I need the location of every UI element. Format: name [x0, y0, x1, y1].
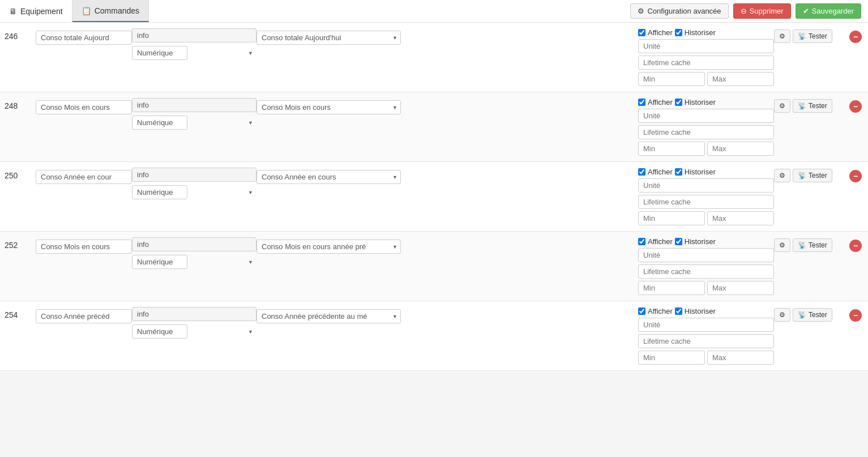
- cmd-subtype-select-250[interactable]: Numérique Binaire Autre: [132, 185, 187, 199]
- config-avancee-button[interactable]: ⚙ Configuration avancée: [630, 3, 728, 19]
- lifetime-input-246[interactable]: [638, 55, 774, 70]
- historiser-checkbox-252[interactable]: [675, 238, 682, 245]
- max-input-254[interactable]: [707, 351, 774, 365]
- cmd-type-label-252: info: [132, 237, 256, 251]
- cmd-value-select-250[interactable]: Conso Année en cours: [256, 170, 401, 184]
- tester-button-248[interactable]: 📡 Tester: [793, 99, 832, 113]
- rss-icon-252: 📡: [798, 241, 806, 249]
- max-input-252[interactable]: [707, 281, 774, 295]
- lifetime-input-252[interactable]: [638, 264, 774, 279]
- gear-icon-248: ⚙: [779, 102, 785, 110]
- cmd-id-252: 252: [5, 237, 36, 250]
- afficher-checkbox-254[interactable]: [638, 307, 645, 315]
- gear-action-button-252[interactable]: ⚙: [774, 238, 790, 252]
- remove-button-248[interactable]: −: [849, 100, 862, 113]
- remove-button-254[interactable]: −: [849, 309, 862, 322]
- cmd-type-label-254: info: [132, 307, 256, 321]
- gear-action-button-246[interactable]: ⚙: [774, 29, 790, 43]
- min-input-246[interactable]: [638, 72, 705, 86]
- action-btn-row-248: ⚙ 📡 Tester: [774, 99, 832, 113]
- cmd-name-input-254[interactable]: [36, 309, 132, 323]
- action-btn-row-254: ⚙ 📡 Tester: [774, 308, 832, 322]
- afficher-label-252: Afficher: [648, 237, 673, 246]
- supprimer-button[interactable]: ⊖ Supprimer: [733, 3, 791, 19]
- remove-button-246[interactable]: −: [849, 31, 862, 43]
- min-input-248[interactable]: [638, 142, 705, 156]
- tester-button-254[interactable]: 📡 Tester: [793, 308, 832, 322]
- unite-input-250[interactable]: [638, 178, 774, 193]
- tab-equipement[interactable]: 🖥 Equipement: [0, 0, 72, 22]
- unite-input-252[interactable]: [638, 248, 774, 262]
- cmd-value-select-254[interactable]: Conso Année précédente au mé: [256, 309, 401, 323]
- tab-commandes[interactable]: 📋 Commandes: [72, 0, 149, 22]
- minmax-row-254: [638, 351, 774, 365]
- table-row: 248 info Numérique Binaire Autre Conso M…: [0, 92, 868, 162]
- afficher-checkbox-250[interactable]: [638, 168, 645, 176]
- cmd-options-col-254: Afficher Historiser: [638, 307, 774, 365]
- historiser-checkbox-248[interactable]: [675, 99, 682, 106]
- max-input-248[interactable]: [707, 142, 774, 156]
- cmd-subtype-select-254[interactable]: Numérique Binaire Autre: [132, 324, 187, 339]
- unite-input-254[interactable]: [638, 318, 774, 332]
- remove-button-252[interactable]: −: [849, 240, 862, 252]
- tester-button-246[interactable]: 📡 Tester: [793, 29, 832, 43]
- historiser-label-248: Historiser: [685, 98, 716, 106]
- max-input-250[interactable]: [707, 211, 774, 225]
- cmd-actions-col-252: ⚙ 📡 Tester: [774, 237, 848, 252]
- historiser-checkbox-250[interactable]: [675, 168, 682, 176]
- tester-button-250[interactable]: 📡 Tester: [793, 169, 832, 182]
- options-fields-250: [638, 178, 774, 225]
- cmd-value-col-252: Conso Mois en cours année pré: [256, 237, 409, 254]
- cmd-name-input-250[interactable]: [36, 170, 132, 184]
- cmd-subtype-select-248[interactable]: Numérique Binaire Autre: [132, 116, 187, 130]
- cmd-value-select-246[interactable]: Conso totale Aujourd'hui: [256, 31, 401, 45]
- cmd-subtype-select-252[interactable]: Numérique Binaire Autre: [132, 255, 187, 269]
- gear-action-button-250[interactable]: ⚙: [774, 169, 790, 182]
- cmd-id-250: 250: [5, 168, 36, 180]
- delete-icon: ⊖: [741, 7, 747, 15]
- unite-input-246[interactable]: [638, 39, 774, 53]
- unite-row-246: [638, 39, 774, 53]
- afficher-checkbox-246[interactable]: [638, 29, 645, 36]
- gear-action-button-248[interactable]: ⚙: [774, 99, 790, 113]
- save-icon: ✔: [803, 7, 809, 15]
- afficher-checkbox-252[interactable]: [638, 238, 645, 245]
- sauvegarder-button[interactable]: ✔ Sauvegarder: [796, 3, 861, 19]
- cmd-options-col-248: Afficher Historiser: [638, 98, 774, 156]
- unite-input-248[interactable]: [638, 109, 774, 123]
- cmd-remove-col-248: −: [848, 98, 863, 113]
- gear-icon-252: ⚙: [779, 241, 785, 249]
- rss-icon-246: 📡: [798, 32, 806, 40]
- afficher-checkbox-248[interactable]: [638, 99, 645, 106]
- max-input-246[interactable]: [707, 72, 774, 86]
- cmd-subtype-select-container-252: Numérique Binaire Autre: [132, 255, 256, 269]
- historiser-checkbox-246[interactable]: [675, 29, 682, 36]
- check-row-254: Afficher Historiser: [638, 307, 774, 315]
- remove-button-250[interactable]: −: [849, 170, 862, 182]
- cmd-value-select-248[interactable]: Conso Mois en cours: [256, 100, 401, 114]
- lifetime-input-250[interactable]: [638, 195, 774, 209]
- tab-commandes-label: Commandes: [95, 6, 139, 15]
- cmd-type-label-246: info: [132, 28, 256, 42]
- historiser-label-252: Historiser: [685, 237, 716, 246]
- min-input-254[interactable]: [638, 351, 705, 365]
- cmd-name-input-252[interactable]: [36, 240, 132, 254]
- cmd-subtype-select-246[interactable]: Numérique Binaire Autre: [132, 46, 187, 60]
- tester-button-252[interactable]: 📡 Tester: [793, 238, 832, 252]
- min-input-252[interactable]: [638, 281, 705, 295]
- cmd-value-select-container-254: Conso Année précédente au mé: [256, 309, 401, 323]
- cmd-name-input-246[interactable]: [36, 31, 132, 45]
- cmd-actions-col-248: ⚙ 📡 Tester: [774, 98, 848, 113]
- afficher-label-254: Afficher: [648, 307, 673, 315]
- top-navigation-bar: 🖥 Equipement 📋 Commandes ⚙ Configuration…: [0, 0, 868, 23]
- cmd-name-input-248[interactable]: [36, 100, 132, 114]
- historiser-checkbox-254[interactable]: [675, 307, 682, 315]
- cmd-value-select-252[interactable]: Conso Mois en cours année pré: [256, 240, 401, 254]
- min-input-250[interactable]: [638, 211, 705, 225]
- cmd-subtype-select-container-250: Numérique Binaire Autre: [132, 185, 256, 199]
- lifetime-input-254[interactable]: [638, 334, 774, 348]
- gear-action-button-254[interactable]: ⚙: [774, 308, 790, 322]
- lifetime-input-248[interactable]: [638, 125, 774, 139]
- cmd-value-select-container-250: Conso Année en cours: [256, 170, 401, 184]
- check-row-248: Afficher Historiser: [638, 98, 774, 106]
